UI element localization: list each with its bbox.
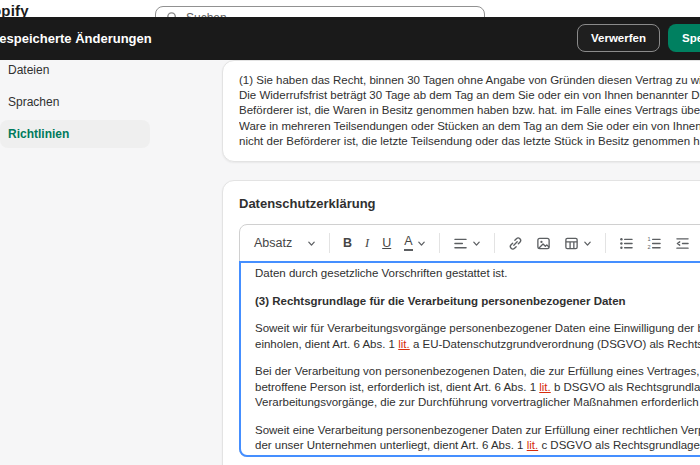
policy-text-line: nicht der Beförderer ist, die letzte Tei… bbox=[239, 134, 700, 149]
policy-text-line: Die Widerrufsfrist beträgt 30 Tage ab de… bbox=[239, 88, 700, 103]
policy-text-line: Beförderer ist, die Waren in Besitz geno… bbox=[239, 103, 700, 118]
editor-paragraph: Soweit wir für Verarbeitungsvorgänge per… bbox=[255, 321, 700, 352]
svg-text:1: 1 bbox=[647, 237, 650, 242]
paragraph-style-dropdown[interactable]: Absatz bbox=[248, 233, 322, 253]
paragraph-style-label: Absatz bbox=[254, 236, 292, 250]
sidebar-item-richtlinien[interactable]: Richtlinien bbox=[0, 120, 150, 148]
privacy-card-title: Datenschutzerklärung bbox=[223, 181, 700, 220]
editor-paragraph: Soweit eine Verarbeitung personenbezogen… bbox=[255, 423, 700, 454]
italic-icon: I bbox=[365, 236, 369, 251]
toolbar-divider bbox=[329, 233, 330, 253]
bullet-list-button[interactable] bbox=[613, 234, 640, 253]
underline-button[interactable]: U bbox=[376, 233, 397, 253]
outdent-button[interactable] bbox=[669, 234, 696, 253]
svg-text:2: 2 bbox=[647, 244, 650, 250]
numbered-list-icon: 12 bbox=[647, 237, 662, 250]
sidebar-item-sprachen[interactable]: Sprachen bbox=[0, 88, 150, 116]
underline-icon: U bbox=[382, 236, 391, 250]
sidebar-item-dateien[interactable]: Dateien bbox=[0, 56, 150, 84]
editor-toolbar: Absatz B I U A bbox=[240, 225, 700, 261]
bold-icon: B bbox=[343, 236, 352, 250]
outdent-icon bbox=[675, 237, 690, 250]
editor-paragraph: (3) Rechtsgrundlage für die Verarbeitung… bbox=[255, 294, 700, 310]
save-bar-actions: Verwerfen Speichern bbox=[577, 24, 700, 52]
editor-paragraph: Bei der Verarbeitung von personenbezogen… bbox=[255, 364, 700, 411]
numbered-list-button[interactable]: 12 bbox=[641, 234, 668, 253]
policy-text-line: (1) Sie haben das Recht, binnen 30 Tagen… bbox=[239, 73, 700, 88]
discard-button[interactable]: Verwerfen bbox=[577, 24, 660, 52]
link-icon bbox=[508, 236, 523, 251]
editor-paragraph: Daten durch gesetzliche Vorschriften ges… bbox=[255, 266, 700, 282]
unsaved-changes-bar: Ungespeicherte Änderungen Verwerfen Spei… bbox=[0, 17, 700, 60]
chevron-down-icon bbox=[583, 239, 592, 248]
image-icon bbox=[536, 236, 551, 251]
toolbar-divider bbox=[605, 233, 606, 253]
editor-body[interactable]: Daten durch gesetzliche Vorschriften ges… bbox=[239, 261, 700, 457]
text-color-dropdown[interactable]: A bbox=[398, 232, 431, 253]
table-icon bbox=[564, 236, 579, 251]
rich-text-editor: Absatz B I U A bbox=[239, 224, 700, 457]
save-button[interactable]: Speichern bbox=[668, 24, 700, 52]
toolbar-divider bbox=[439, 233, 440, 253]
privacy-policy-card: Datenschutzerklärung Absatz B I U A bbox=[222, 180, 700, 465]
insert-link-button[interactable] bbox=[502, 233, 529, 254]
alignment-dropdown[interactable] bbox=[447, 234, 487, 253]
unsaved-changes-title: Ungespeicherte Änderungen bbox=[0, 31, 152, 46]
withdrawal-text: (1) Sie haben das Recht, binnen 30 Tagen… bbox=[239, 73, 700, 149]
italic-button[interactable]: I bbox=[359, 233, 375, 254]
settings-nav: DateienSprachenRichtlinien bbox=[0, 56, 150, 148]
indent-button[interactable] bbox=[697, 234, 700, 253]
bold-button[interactable]: B bbox=[337, 233, 358, 253]
policy-text-line: Ware in mehreren Teilsendungen oder Stüc… bbox=[239, 119, 700, 134]
toolbar-divider bbox=[494, 233, 495, 253]
insert-image-button[interactable] bbox=[530, 233, 557, 254]
insert-table-dropdown[interactable] bbox=[558, 233, 598, 254]
bullet-list-icon bbox=[619, 237, 634, 250]
chevron-down-icon bbox=[417, 239, 426, 248]
text-color-icon: A bbox=[404, 235, 412, 250]
align-left-icon bbox=[453, 237, 468, 250]
chevron-down-icon bbox=[472, 239, 481, 248]
chevron-down-icon bbox=[307, 239, 316, 248]
withdrawal-policy-card[interactable]: (1) Sie haben das Recht, binnen 30 Tagen… bbox=[222, 60, 700, 162]
